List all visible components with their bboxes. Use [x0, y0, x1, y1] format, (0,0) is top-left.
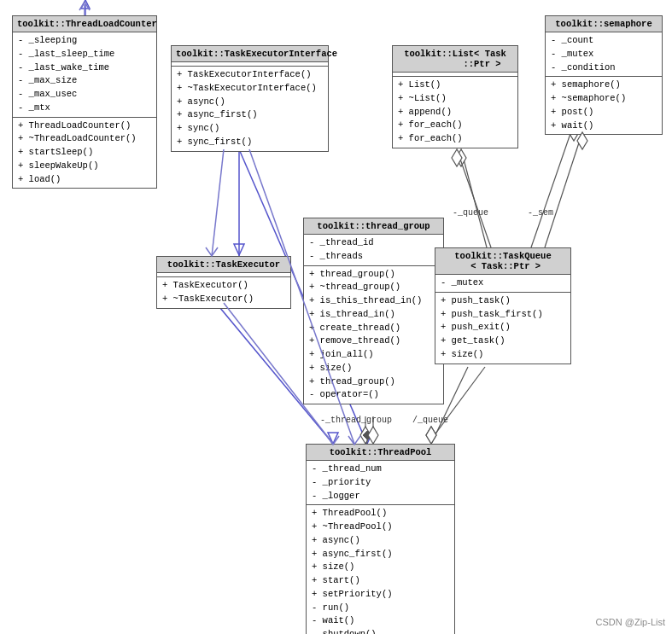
class-title-task-queue: toolkit::TaskQueue < Task::Ptr >: [435, 248, 570, 275]
class-attrs-thread-pool: - _thread_num - _priority - _logger: [307, 461, 454, 505]
svg-marker-17: [363, 431, 371, 439]
svg-line-8: [461, 149, 487, 247]
class-title-thread-load-counter: toolkit::ThreadLoadCounter: [13, 16, 156, 32]
class-methods-list-task: + List() + ~List() + append() + for_each…: [393, 77, 517, 148]
svg-marker-29: [368, 427, 378, 444]
class-attrs-thread-load-counter: - _sleeping - _last_sleep_time - _last_w…: [13, 32, 156, 118]
class-methods-thread-load-counter: + ThreadLoadCounter() + ~ThreadLoadCount…: [13, 118, 156, 189]
svg-text:-_sem: -_sem: [528, 208, 553, 218]
class-title-thread-pool: toolkit::ThreadPool: [307, 445, 454, 461]
class-attrs-thread-group: - _thread_id - _threads: [304, 235, 443, 266]
class-methods-semaphore: + semaphore() + ~semaphore() + post() + …: [546, 77, 662, 134]
class-thread-group: toolkit::thread_group - _thread_id - _th…: [303, 218, 444, 404]
class-methods-task-executor-interface: + TaskExecutorInterface() + ~TaskExecuto…: [172, 67, 328, 151]
class-list-task: toolkit::List< Task ::Ptr > + List() + ~…: [392, 45, 518, 148]
svg-line-10: [531, 124, 574, 247]
class-thread-load-counter: toolkit::ThreadLoadCounter - _sleeping -…: [12, 15, 157, 189]
svg-marker-7: [328, 433, 338, 444]
class-title-semaphore: toolkit::semaphore: [546, 16, 662, 32]
class-title-list-task: toolkit::List< Task ::Ptr >: [393, 46, 517, 73]
svg-line-19: [212, 149, 224, 256]
class-task-queue: toolkit::TaskQueue < Task::Ptr > - _mute…: [435, 247, 571, 364]
svg-marker-1: [81, 0, 90, 9]
class-title-task-executor: toolkit::TaskExecutor: [157, 257, 290, 273]
class-methods-thread-group: + thread_group() + ~thread_group() + is_…: [304, 266, 443, 404]
class-methods-thread-pool: + ThreadPool() + ~ThreadPool() + async()…: [307, 505, 454, 634]
watermark: CSDN @Zip-List: [596, 617, 665, 627]
class-title-thread-group: toolkit::thread_group: [304, 218, 443, 235]
diagram-container: toolkit::ThreadLoadCounter - _sleeping -…: [0, 0, 672, 634]
svg-marker-3: [234, 244, 244, 255]
svg-text:-_thread_group: -_thread_group: [320, 416, 392, 425]
svg-marker-31: [426, 427, 436, 444]
class-semaphore: toolkit::semaphore - _count - _mutex - _…: [545, 15, 663, 135]
class-title-task-executor-interface: toolkit::TaskExecutorInterface: [172, 46, 328, 62]
svg-marker-9: [456, 149, 466, 166]
svg-line-22: [457, 149, 491, 247]
svg-line-24: [545, 132, 582, 247]
svg-marker-15: [426, 427, 436, 444]
class-methods-task-executor: + TaskExecutor() + ~TaskExecutor(): [157, 277, 290, 308]
class-attrs-task-queue: - _mutex: [435, 275, 570, 293]
class-task-executor-interface: toolkit::TaskExecutorInterface + TaskExe…: [171, 45, 329, 152]
svg-marker-23: [452, 149, 462, 166]
class-methods-task-queue: + push_task() + push_task_first() + push…: [435, 293, 570, 364]
svg-marker-13: [360, 427, 371, 444]
class-task-executor: toolkit::TaskExecutor + TaskExecutor() +…: [156, 256, 291, 309]
class-thread-pool: toolkit::ThreadPool - _thread_num - _pri…: [306, 444, 455, 634]
class-attrs-semaphore: - _count - _mutex - _condition: [546, 32, 662, 77]
svg-text:-_queue: -_queue: [453, 208, 488, 218]
svg-text:/_queue: /_queue: [412, 416, 448, 425]
svg-marker-5: [362, 433, 372, 444]
